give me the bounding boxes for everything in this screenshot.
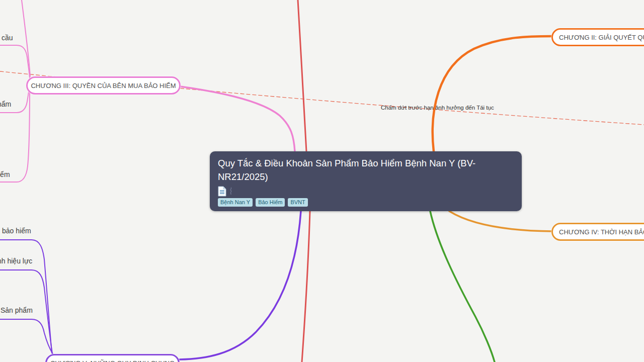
branch-line-chuong-5	[180, 211, 301, 359]
node-chuong-4[interactable]: CHƯƠNG IV: THỜI HẠN BẢO H	[551, 223, 644, 241]
sub-label-sanpham[interactable]: Sản phẩm	[1, 306, 33, 314]
branch-line-red-top	[298, 0, 306, 151]
sub-label-cau[interactable]: cầu	[2, 34, 13, 42]
mindmap-canvas[interactable]: Chấm dứt trước hạn ảnh hưởng đến Tái tục…	[0, 0, 644, 362]
branch-line-red-bottom	[302, 211, 310, 362]
sub-label-ham[interactable]: hẩm	[0, 100, 11, 108]
branch-line-chuong-2	[433, 36, 552, 151]
tag-row: Bệnh Nan Y Bảo Hiểm BVNT	[218, 198, 514, 207]
document-icon[interactable]	[218, 186, 226, 197]
branch-line-chuong-3	[180, 86, 295, 151]
node-chuong-3-label: CHƯƠNG III: QUYỀN CỦA BÊN MUA BẢO HIỂM	[31, 82, 176, 89]
central-topic-node[interactable]: Quy Tắc & Điều Khoản Sản Phẩm Bảo Hiểm B…	[210, 151, 522, 211]
node-chuong-2-label: CHƯƠNG II: GIẢI QUYẾT QUYỀ	[559, 34, 644, 41]
branch-line-pink-ham	[0, 83, 30, 113]
tag-bvnt[interactable]: BVNT	[288, 198, 307, 207]
sub-label-baohiem[interactable]: bảo hiểm	[2, 227, 31, 235]
sub-label-hieuluc[interactable]: nh hiệu lực	[0, 257, 32, 265]
node-chuong-5[interactable]: CHƯƠNG V: NHỮNG QUY ĐỊNH CHUNG	[45, 354, 180, 362]
sub-label-iem[interactable]: iểm	[0, 170, 10, 178]
node-chuong-3[interactable]: CHƯƠNG III: QUYỀN CỦA BÊN MUA BẢO HIỂM	[26, 76, 181, 95]
branch-line-chuong-4	[449, 211, 552, 231]
node-chuong-2[interactable]: CHƯƠNG II: GIẢI QUYẾT QUYỀ	[551, 28, 644, 46]
node-chuong-5-label: CHƯƠNG V: NHỮNG QUY ĐỊNH CHUNG	[50, 359, 175, 362]
relationship-label[interactable]: Chấm dứt trước hạn ảnh hưởng đến Tái tục	[381, 105, 494, 111]
branch-line-green	[430, 211, 495, 362]
branch-line-purple-sanpham	[0, 319, 53, 354]
tag-bao-hiem[interactable]: Bảo Hiểm	[256, 198, 285, 207]
node-chuong-4-label: CHƯƠNG IV: THỜI HẠN BẢO H	[559, 228, 644, 236]
squiggle-icon	[229, 187, 233, 195]
branch-line-pink-top	[22, 0, 30, 76]
central-topic-title: Quy Tắc & Điều Khoản Sản Phẩm Bảo Hiểm B…	[218, 156, 492, 184]
tag-benh-nan-y[interactable]: Bệnh Nan Y	[218, 198, 253, 207]
